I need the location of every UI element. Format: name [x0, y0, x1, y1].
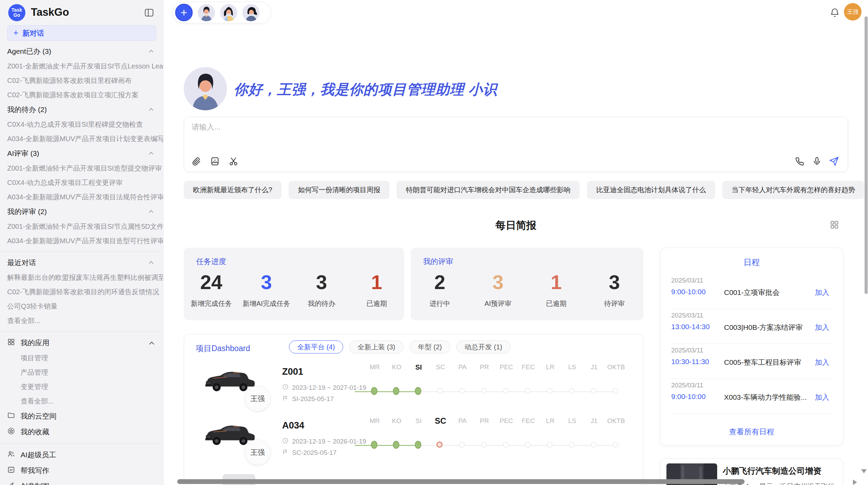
sidebar-section-header[interactable]: AI评审 (3) — [0, 146, 164, 161]
milestone-dot-pending — [481, 388, 487, 394]
sidebar-section-header[interactable]: Agent已办 (3) — [0, 44, 164, 59]
join-meeting-link[interactable]: 加入 — [815, 393, 829, 402]
schedule-list: 2025/03/119:00-10:00C001-立项审批会加入2025/03/… — [660, 274, 843, 414]
notification-bell-icon[interactable] — [830, 8, 840, 18]
flag-icon — [282, 395, 289, 403]
scissors-icon[interactable] — [229, 157, 238, 166]
dashboard-filter-pill[interactable]: 动总开发 (1) — [456, 340, 510, 353]
milestone-dot-pending — [503, 442, 509, 448]
milestone-label: SI — [408, 362, 430, 372]
milestone-node: MR — [364, 416, 386, 426]
assistant-avatar-1[interactable] — [198, 4, 215, 21]
suggestion-chip[interactable]: 特朗普可能对进口汽车增税会对中国车企造成哪些影响 — [397, 181, 580, 199]
recent-conversations-header[interactable]: 最近对话 — [0, 255, 164, 270]
my-apps-label: 我的应用 — [21, 338, 49, 348]
milestone-dot-pending — [503, 388, 509, 394]
recent-conversation-item[interactable]: C02-飞腾新能源轻客改款项目的闭环通告反馈情况 — [0, 285, 164, 299]
milestone-timeline: MRKOSISCPAPRPECFECLRLSJ1OKTB — [364, 362, 635, 407]
ai-super-staff[interactable]: AI超级员工 — [0, 447, 164, 463]
date-range-text: 2023-12-19 ~ 2026-01-19 — [292, 438, 366, 445]
join-meeting-link[interactable]: 加入 — [815, 358, 829, 367]
join-meeting-link[interactable]: 加入 — [815, 288, 829, 297]
user-avatar[interactable]: 王强 — [844, 3, 861, 21]
sidebar-item[interactable]: A034-全新新能源MUV产品开发项目造型可行性评审 — [0, 234, 164, 248]
milestone-dot-done — [415, 387, 421, 395]
suggestion-chip[interactable]: 当下年轻人对汽车外观有怎样的喜好趋势 — [722, 181, 864, 199]
chevron-up-icon — [148, 339, 155, 346]
sidebar-section-label: 我的待办 (2) — [7, 105, 47, 114]
recent-conversation-item[interactable]: 查看全部... — [0, 313, 164, 328]
my-apps-header[interactable]: 我的应用 — [0, 335, 164, 351]
scroll-down-arrow[interactable] — [861, 469, 867, 473]
sidebar-section-header[interactable]: 我的评审 (2) — [0, 204, 164, 219]
suggestion-chip[interactable]: 如何写一份清晰的项目周报 — [289, 181, 389, 199]
sidebar-item[interactable]: A034-全新新能源MUV产品开发项目法规符合性评审 — [0, 190, 164, 204]
sidebar-item[interactable]: Z001-全新燃油轻卡产品开发项目SI造型提交物评审 — [0, 161, 164, 175]
assistant-avatar-2[interactable] — [220, 4, 237, 21]
collapse-sidebar-icon[interactable] — [144, 8, 154, 18]
join-meeting-link[interactable]: 加入 — [815, 323, 829, 332]
phone-icon[interactable] — [795, 157, 805, 166]
help-me-write-label: 帮我写作 — [21, 466, 49, 475]
suggestion-chips: 欧洲新规最近颁布了什么?如何写一份清晰的项目周报特朗普可能对进口汽车增税会对中国… — [184, 181, 849, 199]
image-upload-icon[interactable] — [210, 157, 220, 166]
dashboard-filter-pill[interactable]: 年型 (2) — [410, 340, 450, 353]
chevron-up-icon — [148, 208, 155, 215]
clock-icon — [282, 384, 289, 392]
attachment-icon[interactable] — [192, 157, 201, 166]
sidebar-item[interactable]: Z001-全新燃油轻卡产品开发项目SI节点属性5D文件评审 — [0, 219, 164, 234]
help-me-write[interactable]: 帮我写作 — [0, 463, 164, 478]
schedule-event: 2025/03/1113:00-14:30C003|H0B-方案冻结评审加入 — [660, 309, 843, 344]
star-icon — [7, 427, 15, 437]
add-assistant-button[interactable]: + — [175, 4, 193, 21]
message-input[interactable] — [192, 122, 774, 153]
creative-drawing[interactable]: 创意制图 — [0, 478, 164, 485]
app-sub-item[interactable]: 变更管理 — [0, 380, 164, 394]
recent-conversation-item[interactable]: 解释最新出台的欧盟报废车法规再生塑料比例被调至15%... — [0, 270, 164, 285]
apps-grid-icon — [7, 338, 15, 348]
dashboard-filter-active[interactable]: 全新平台 (4) — [289, 340, 343, 353]
sidebar-item[interactable]: C02-飞腾新能源轻客改款项目立项汇报方案 — [0, 88, 164, 102]
chevron-up-icon — [148, 259, 155, 266]
dashboard-filter-pill[interactable]: 全新上装 (3) — [349, 340, 403, 353]
sidebar-item[interactable]: Z001-全新燃油皮卡产品开发项目SI节点Lesson Learn报告 — [0, 59, 164, 73]
project-row[interactable]: 王强A0342023-12-19 ~ 2026-01-19SC-2025-05-… — [184, 416, 643, 470]
suggestion-chip[interactable]: 欧洲新规最近颁布了什么? — [184, 181, 281, 199]
milestone-label: OKTB — [605, 362, 627, 372]
folder-icon — [7, 411, 15, 421]
my-favorites[interactable]: 我的收藏 — [0, 424, 164, 440]
suggestion-chip[interactable]: 比亚迪全固态电池计划具体说了什么 — [587, 181, 715, 199]
sidebar-item[interactable]: C0X4-动力总成开发项目SI里程碑提交物检查 — [0, 117, 164, 132]
app-sub-item[interactable]: 项目管理 — [0, 351, 164, 365]
microphone-icon[interactable] — [812, 157, 822, 166]
milestone-dot-done — [415, 441, 421, 449]
stat-label: AI预评审 — [469, 299, 527, 308]
briefing-layout-icon[interactable] — [830, 220, 839, 229]
recent-conversation-item[interactable]: 公司Q3轻卡销量 — [0, 299, 164, 313]
project-code: A034 — [282, 420, 304, 431]
sidebar-section-header[interactable]: 我的待办 (2) — [0, 102, 164, 117]
horizontal-scrollbar[interactable] — [177, 479, 745, 484]
sidebar-item[interactable]: C02-飞腾新能源轻客改款项目里程碑画布 — [0, 73, 164, 88]
app-logo: Task Go — [8, 4, 25, 21]
project-owner-badge: 王强 — [245, 439, 270, 465]
sidebar-item[interactable]: C0X4-动力总成开发项目工程变更评审 — [0, 175, 164, 190]
event-title: C003|H0B-方案冻结评审 — [724, 323, 803, 332]
vertical-scrollbar[interactable] — [865, 16, 868, 294]
event-title: C005-整车工程目标评审 — [724, 358, 801, 367]
stat-column: 24新增完成任务 — [184, 269, 239, 308]
sidebar-item[interactable]: A034-全新新能源MUV产品开发项目计划变更表编写 — [0, 132, 164, 146]
project-row[interactable]: 王强Z0012023-12-19 ~ 2027-01-19SI-2025-05-… — [184, 362, 643, 416]
new-chat-button[interactable]: + 新对话 — [7, 25, 156, 41]
stat-label: 进行中 — [411, 299, 469, 308]
milestone-label: LR — [539, 416, 561, 426]
scroll-right-arrow[interactable] — [853, 480, 857, 485]
send-icon[interactable] — [829, 157, 839, 166]
assistant-avatar-3[interactable] — [242, 4, 260, 21]
my-cloud-space[interactable]: 我的云空间 — [0, 408, 164, 424]
view-all-schedule-link[interactable]: 查看所有日程 — [660, 427, 843, 437]
app-sub-item[interactable]: 查看全部... — [0, 394, 164, 408]
app-title: TaskGo — [31, 6, 69, 18]
milestone-dot-pending — [525, 442, 531, 448]
app-sub-item[interactable]: 产品管理 — [0, 365, 164, 380]
